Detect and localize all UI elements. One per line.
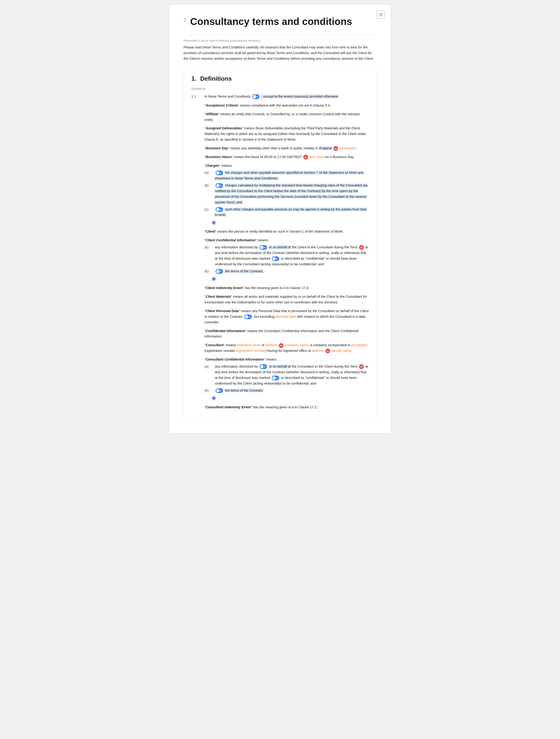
highlight-england: England (319, 146, 332, 150)
toggle-cci-a2[interactable]: ● (272, 256, 279, 261)
charges-item-a: (a) ● the charges and other payable amou… (204, 170, 369, 181)
charges-a-text: the charges and other payable amounts sp… (215, 171, 364, 180)
consult-ci-item-b: (b) ● the terms of the Contract; (204, 388, 369, 394)
consult-ci-sublist: (a) any information disclosed by ● or on… (204, 364, 369, 394)
definitions-list: "Acceptance Criteria" means compliance w… (204, 103, 369, 410)
toggle-1[interactable]: ● (252, 94, 260, 99)
toggle-cci-b[interactable]: ● (216, 269, 223, 274)
add-charges-item[interactable]: ⊕ (211, 220, 216, 225)
toggle-cpd[interactable]: ● (244, 314, 252, 319)
preamble-text: Please read these Terms and Conditions c… (183, 45, 377, 61)
charges-item-c: (c) ● such other charges and payable amo… (204, 207, 369, 218)
doc-title: 3 Consultancy terms and conditions (183, 16, 377, 27)
def-acceptance-criteria: "Acceptance Criteria" means compliance w… (204, 103, 369, 109)
def-assigned-deliverables: "Assigned Deliverables" means those Deli… (204, 126, 369, 143)
or-badge-2: or (303, 155, 308, 159)
def-affiliate: "Affiliate" means an entity that Control… (204, 112, 369, 123)
def-client-personal-data: "Client Personal Data" means any Persona… (204, 308, 369, 325)
or-badge-consultant-1: or (279, 343, 284, 348)
def-client-confidential-info: "Client Confidential Information" means:… (204, 238, 369, 282)
cci-item-b: (b) ● the terms of the Contract; (204, 269, 369, 274)
divider (183, 35, 377, 35)
or-badge-consultant-2: or (325, 348, 330, 353)
add-cci-item[interactable]: ⊕ (211, 277, 216, 282)
preamble-label: Preamble to terms and conditions (consul… (183, 39, 377, 42)
toggle-knob (253, 95, 256, 98)
def-business-hours: "Business Hours" means the hours of 09:0… (204, 154, 369, 160)
or-badge-consult-ci-a: or (359, 364, 364, 369)
section-1-block: 1. Definitions Definitions 1.1 In these … (183, 68, 377, 419)
def-confidential-info: "Confidential Information" means the Con… (204, 328, 369, 340)
toggle-consult-ci-b[interactable]: ● (216, 388, 223, 393)
clause-1-1-body: In these Terms and Conditions ● , except… (204, 94, 369, 100)
def-charges: "Charges" means: (a) ● the charges and o… (204, 163, 369, 226)
section-header: 1. Definitions (191, 75, 369, 82)
def-business-day: "Business Day" means any weekday other t… (204, 146, 369, 151)
clause-text-before: In these Terms and Conditions (204, 95, 252, 98)
def-consultant-indemnity-event: "Consultant Indemnity Event" has the mea… (204, 405, 369, 410)
def-client: "Client" means the person or entity iden… (204, 229, 369, 235)
toggle-charges-c[interactable]: ● (216, 207, 223, 212)
charges-b-text: charges calculated by multiplying the st… (215, 183, 368, 204)
cci-item-a: (a) any information disclosed by ● or on… (204, 245, 369, 267)
consult-ci-item-a: (a) any information disclosed by ● or on… (204, 364, 369, 387)
or-badge-cci-a: or (359, 245, 364, 250)
doc-title-number: 3 (183, 17, 186, 23)
def-client-materials: "Client Materials" means all works and m… (204, 294, 369, 305)
charges-sublist: (a) ● the charges and other payable amou… (204, 170, 369, 218)
charges-c-text: such other charges and payable amounts a… (215, 207, 367, 217)
or-badge-1: or (333, 146, 338, 151)
toggle-consult-ci-a1[interactable]: ● (260, 364, 267, 369)
section-label: Definitions (191, 87, 369, 91)
toggle-consult-ci-a2[interactable]: ● (272, 376, 279, 380)
def-client-indemnity-event: "Client Indemnity Event" has the meaning… (204, 285, 369, 291)
def-consultant-confidential-info: "Consultant Confidential Information" me… (204, 357, 369, 402)
clause-highlighted-text: , except to the extent expressly provide… (261, 95, 338, 98)
cci-sublist: (a) any information disclosed by ● or on… (204, 245, 369, 274)
def-consultant: "Consultant" means individual name of ad… (204, 342, 369, 354)
toggle-cci-a1[interactable]: ● (260, 245, 267, 250)
clause-1-1: 1.1 In these Terms and Conditions ● , ex… (191, 94, 369, 100)
toggle-charges-a[interactable]: ● (216, 170, 223, 175)
charges-item-b: (b) ● charges calculated by multiplying … (204, 183, 369, 205)
document-page: ⊞ 3 Consultancy terms and conditions Pre… (169, 5, 391, 433)
toggle-charges-b[interactable]: ● (216, 183, 223, 188)
page-icon[interactable]: ⊞ (377, 10, 385, 19)
add-consult-ci-item[interactable]: ⊕ (211, 396, 216, 401)
